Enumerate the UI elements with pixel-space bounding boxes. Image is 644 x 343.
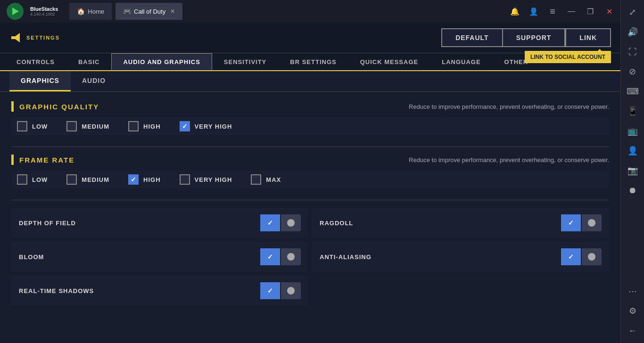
fr-high-checkbox[interactable]	[128, 174, 139, 185]
sidebar-expand-icon[interactable]: ⤢	[624, 4, 641, 21]
tab-audio-graphics[interactable]: AUDIO AND GRAPHICS	[111, 53, 212, 71]
gq-high-checkbox[interactable]	[128, 121, 139, 131]
tab-br-settings[interactable]: BR SETTINGS	[278, 53, 348, 70]
depth-of-field-label: DEPTH OF FIELD	[19, 220, 76, 227]
tab-basic[interactable]: BASIC	[66, 53, 111, 70]
gq-very-high-label: VERY HIGH	[195, 123, 232, 130]
tab-controls[interactable]: CONTROLS	[5, 53, 66, 70]
anti-aliasing-off[interactable]	[582, 248, 602, 265]
frame-rate-section: FRAME RATE Reduce to improve performance…	[11, 155, 609, 188]
sidebar-settings-icon[interactable]: ⚙	[624, 302, 641, 319]
toggle-depth-of-field: DEPTH OF FIELD	[11, 208, 308, 238]
sub-tabs: GRAPHICS AUDIO	[0, 71, 620, 92]
sidebar-fullscreen-icon[interactable]: ⛶	[624, 43, 641, 60]
fr-medium[interactable]: MEDIUM	[66, 174, 109, 185]
graphic-quality-section: GRAPHIC QUALITY Reduce to improve perfor…	[11, 101, 609, 135]
real-time-shadows-on[interactable]	[260, 282, 280, 299]
section-bar-graphic	[11, 101, 14, 112]
svg-rect-3	[11, 36, 20, 39]
graphic-quality-header: GRAPHIC QUALITY Reduce to improve perfor…	[11, 101, 609, 112]
link-tooltip: LINK TO SOCIAL ACCOUNT	[525, 51, 611, 63]
sidebar-person-icon[interactable]: 👤	[624, 142, 641, 159]
sidebar-more-icon[interactable]: ⋯	[624, 283, 641, 300]
sidebar-volume-icon[interactable]: 🔊	[624, 24, 641, 41]
fr-very-high-checkbox[interactable]	[180, 174, 190, 185]
sidebar-keyboard-icon[interactable]: ⌨	[624, 83, 641, 100]
gq-very-high-checkbox[interactable]	[180, 121, 190, 131]
bloom-off[interactable]	[281, 248, 301, 265]
sidebar-slash-icon[interactable]: ⊘	[624, 63, 641, 80]
anti-aliasing-on[interactable]	[561, 248, 581, 265]
real-time-shadows-btns	[260, 282, 301, 299]
tab-cod-close[interactable]: ✕	[170, 8, 175, 15]
fr-low-checkbox[interactable]	[17, 174, 27, 185]
sidebar-record-icon[interactable]: ⏺	[624, 182, 641, 199]
depth-of-field-on[interactable]	[260, 214, 280, 231]
gq-low-checkbox[interactable]	[17, 121, 27, 131]
tab-home[interactable]: 🏠 Home	[69, 3, 112, 20]
sidebar-camera-icon[interactable]: 📷	[624, 162, 641, 179]
fr-low[interactable]: LOW	[17, 174, 48, 185]
tab-quick-message[interactable]: QUICK MESSAGE	[348, 53, 430, 70]
depth-of-field-circle	[287, 219, 295, 227]
gq-medium[interactable]: MEDIUM	[66, 121, 109, 131]
fr-very-high-label: VERY HIGH	[195, 176, 232, 183]
ragdoll-label: RAGDOLL	[320, 220, 353, 227]
close-btn[interactable]: ✕	[602, 4, 617, 19]
gq-high[interactable]: HIGH	[128, 121, 161, 131]
depth-of-field-off[interactable]	[281, 214, 301, 231]
topbar-settings-btn[interactable]: ≡	[545, 4, 560, 19]
tab-language[interactable]: LANGUAGE	[430, 53, 492, 70]
fr-max-checkbox[interactable]	[251, 174, 261, 185]
divider-1	[11, 147, 609, 147]
ragdoll-on[interactable]	[561, 214, 581, 231]
fr-max[interactable]: MAX	[251, 174, 281, 185]
title-bar: BlueStacks 4.140.4.1002 🏠 Home 🎮 Call of…	[0, 0, 620, 23]
settings-action-btns: DEFAULT SUPPORT LINK LINK TO SOCIAL ACCO…	[441, 28, 611, 47]
notification-btn[interactable]: 🔔	[507, 4, 522, 19]
frame-rate-title: FRAME RATE	[19, 156, 74, 164]
account-btn[interactable]: 👤	[526, 4, 541, 19]
tab-cod[interactable]: 🎮 Call of Duty ✕	[116, 3, 182, 20]
sub-tab-audio[interactable]: AUDIO	[71, 71, 117, 91]
real-time-shadows-label: REAL-TIME SHADOWS	[19, 287, 94, 294]
sidebar-tv-icon[interactable]: 📺	[624, 122, 641, 139]
anti-aliasing-circle	[588, 253, 595, 261]
title-bar-right: 🔔 👤 ≡ — ❐ ✕	[507, 4, 617, 19]
bluestacks-logo	[4, 0, 26, 23]
fr-medium-checkbox[interactable]	[66, 174, 77, 185]
fr-max-label: MAX	[266, 176, 281, 183]
support-btn[interactable]: SUPPORT	[502, 28, 566, 47]
gq-medium-checkbox[interactable]	[66, 121, 77, 131]
frame-rate-options: LOW MEDIUM HIGH VERY HIGH	[11, 171, 609, 188]
sidebar-back-icon[interactable]: ←	[624, 322, 641, 339]
fr-high[interactable]: HIGH	[128, 174, 161, 185]
toggle-anti-aliasing: ANTI-ALIASING	[312, 242, 609, 272]
gq-very-high[interactable]: VERY HIGH	[180, 121, 232, 131]
tab-sensitivity[interactable]: SENSITIVITY	[212, 53, 278, 70]
fr-medium-label: MEDIUM	[82, 176, 109, 183]
minimize-btn[interactable]: —	[564, 4, 579, 19]
sub-tab-graphics[interactable]: GRAPHICS	[9, 71, 71, 91]
graphic-quality-title: GRAPHIC QUALITY	[19, 103, 99, 111]
settings-back-btn[interactable]: SETTINGS	[9, 31, 60, 44]
sidebar-phone-icon[interactable]: 📱	[624, 103, 641, 120]
frame-rate-desc: Reduce to improve performance, prevent o…	[409, 156, 609, 163]
app-name: BlueStacks	[30, 6, 58, 12]
restore-btn[interactable]: ❐	[583, 4, 598, 19]
fr-very-high[interactable]: VERY HIGH	[180, 174, 232, 185]
settings-panel: SETTINGS DEFAULT SUPPORT LINK LINK TO SO…	[0, 23, 620, 343]
anti-aliasing-btns	[561, 248, 602, 265]
bloom-on[interactable]	[260, 248, 280, 265]
ragdoll-off[interactable]	[582, 214, 602, 231]
ragdoll-circle	[588, 219, 595, 227]
link-btn[interactable]: LINK	[565, 28, 611, 47]
toggle-grid: DEPTH OF FIELD RAGDOLL	[11, 208, 609, 306]
toggle-ragdoll: RAGDOLL	[312, 208, 609, 238]
gq-high-label: HIGH	[143, 123, 161, 130]
gq-low[interactable]: LOW	[17, 121, 48, 131]
right-sidebar: ⤢ 🔊 ⛶ ⊘ ⌨ 📱 📺 👤 📷 ⏺ ⋯ ⚙ ←	[620, 0, 644, 343]
toggle-bloom: BLOOM	[11, 242, 308, 272]
real-time-shadows-off[interactable]	[281, 282, 301, 299]
default-btn[interactable]: DEFAULT	[441, 28, 502, 47]
